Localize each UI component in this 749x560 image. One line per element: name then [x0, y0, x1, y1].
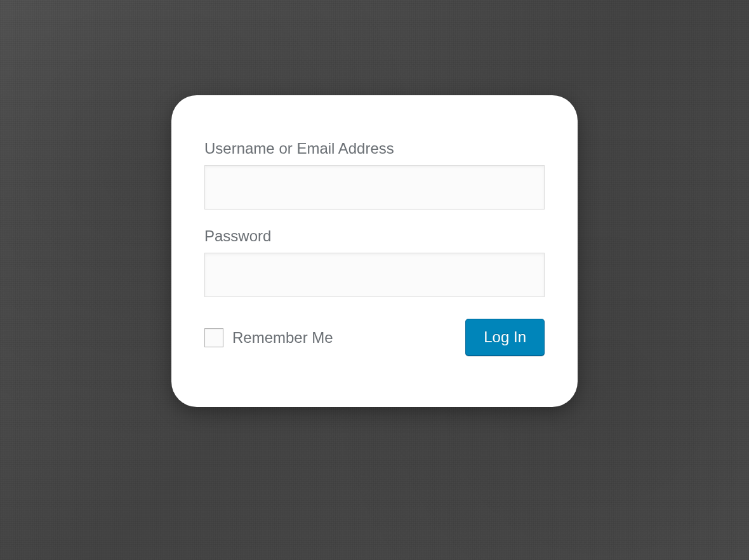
username-input[interactable] — [204, 165, 545, 210]
login-card: Username or Email Address Password Remem… — [171, 95, 578, 407]
username-field-group: Username or Email Address — [204, 140, 545, 210]
remember-me-label: Remember Me — [232, 329, 333, 347]
password-label: Password — [204, 227, 545, 245]
form-bottom-row: Remember Me Log In — [204, 319, 545, 356]
login-button[interactable]: Log In — [465, 319, 545, 356]
password-field-group: Password — [204, 227, 545, 297]
username-label: Username or Email Address — [204, 140, 545, 157]
password-input[interactable] — [204, 253, 545, 297]
remember-me-checkbox[interactable] — [204, 328, 223, 347]
remember-me-wrap: Remember Me — [204, 328, 333, 347]
